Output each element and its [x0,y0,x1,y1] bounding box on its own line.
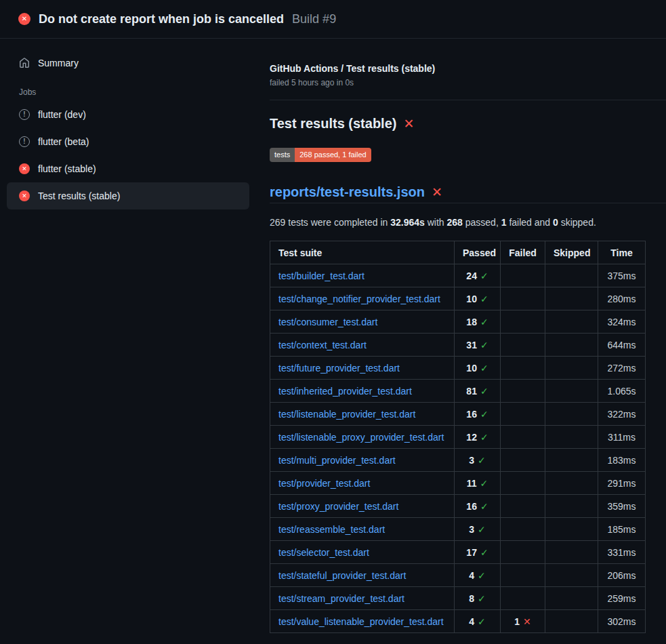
check-icon: ✓ [478,455,486,466]
job-label: flutter (dev) [38,109,86,120]
suite-link[interactable]: test/change_notifier_provider_test.dart [278,294,440,304]
time-cell: 375ms [598,264,646,287]
time-cell: 291ms [598,472,646,495]
alert-circle-icon: ! [19,136,30,147]
table-row: test/context_test.dart31✓644ms [270,334,646,357]
check-icon: ✓ [480,363,488,374]
suite-link[interactable]: test/reassemble_test.dart [278,524,385,535]
passed-cell: 18✓ [455,310,501,334]
suite-link[interactable]: test/listenable_proxy_provider_test.dart [278,432,444,443]
time-cell: 259ms [598,587,646,610]
suite-cell: test/provider_test.dart [270,472,455,495]
suite-cell: test/consumer_test.dart [270,310,455,334]
passed-cell: 3✓ [455,518,501,541]
sidebar-item-job-2[interactable]: ✕flutter (stable) [7,155,249,182]
failed-cell [501,564,545,587]
failed-cell [501,495,545,518]
x-circle-icon: ✕ [19,190,30,201]
failed-cell [501,287,545,310]
skipped-cell [545,564,598,587]
main-content: GitHub Actions / Test results (stable) f… [270,39,666,644]
status-line: failed 5 hours ago in 0s [270,78,666,87]
sidebar-item-summary[interactable]: Summary [7,49,249,77]
suite-cell: test/listenable_provider_test.dart [270,403,455,426]
divider [270,100,666,100]
passed-cell: 16✓ [455,403,501,426]
failed-cell [501,403,545,426]
x-circle-icon: ✕ [19,163,30,174]
check-icon: ✓ [480,409,488,420]
report-link[interactable]: reports/test-results.json [270,184,425,200]
skipped-cell [545,287,598,310]
passed-count: 81 [466,386,477,397]
failed-cell [501,357,545,380]
time-cell: 206ms [598,564,646,587]
suite-link[interactable]: test/inherited_provider_test.dart [278,386,412,397]
skipped-cell [545,587,598,610]
check-icon: ✓ [478,524,486,535]
check-icon: ✓ [478,570,486,581]
passed-cell: 11✓ [455,472,501,495]
passed-count: 3 [469,455,474,466]
suite-link[interactable]: test/future_provider_test.dart [278,363,400,374]
badge-value: 268 passed, 1 failed [295,148,371,162]
skipped-cell [545,264,598,287]
suite-link[interactable]: test/selector_test.dart [278,547,369,558]
time-cell: 359ms [598,495,646,518]
badge-label: tests [270,148,295,162]
suite-link[interactable]: test/provider_test.dart [278,478,370,489]
section-title-text: Test results (stable) [270,114,396,133]
suite-link[interactable]: test/builder_test.dart [278,270,365,281]
summary-text: 269 tests were completed in 32.964s with… [270,217,666,228]
summary-segment: passed, [463,217,501,228]
col-failed: Failed [501,241,545,264]
suite-cell: test/builder_test.dart [270,264,455,287]
failed-cell [501,472,545,495]
suite-cell: test/reassemble_test.dart [270,518,455,541]
suite-link[interactable]: test/proxy_provider_test.dart [278,501,398,512]
suite-link[interactable]: test/stream_provider_test.dart [278,593,404,604]
passed-cell: 3✓ [455,449,501,472]
time-cell: 185ms [598,518,646,541]
passed-cell: 81✓ [455,380,501,403]
time-cell: 311ms [598,426,646,449]
sidebar-item-job-0[interactable]: !flutter (dev) [7,101,249,128]
x-icon: ✕ [523,616,531,627]
passed-count: 24 [466,270,477,281]
time-cell: 280ms [598,287,646,310]
suite-link[interactable]: test/stateful_provider_test.dart [278,570,406,581]
time-cell: 183ms [598,449,646,472]
suite-link[interactable]: test/listenable_provider_test.dart [278,409,415,420]
summary-value: 268 [447,217,463,228]
col-passed: Passed [455,241,501,264]
suite-link[interactable]: test/consumer_test.dart [278,317,377,327]
tests-badge: tests 268 passed, 1 failed [270,148,371,162]
suite-cell: test/stream_provider_test.dart [270,587,455,610]
x-circle-icon: ✕ [18,13,30,25]
suite-link[interactable]: test/context_test.dart [278,340,367,350]
passed-cell: 24✓ [455,264,501,287]
sidebar-item-job-3[interactable]: ✕Test results (stable) [7,182,249,209]
job-label: flutter (beta) [38,136,89,147]
suite-link[interactable]: test/value_listenable_provider_test.dart [278,616,444,627]
failed-cell [501,426,545,449]
home-icon [19,58,30,68]
passed-count: 12 [466,432,477,443]
failed-cell [501,310,545,334]
time-cell: 302ms [598,610,646,633]
passed-count: 4 [469,570,474,581]
time-cell: 331ms [598,541,646,564]
table-row: test/change_notifier_provider_test.dart1… [270,287,646,310]
table-row: test/multi_provider_test.dart3✓183ms [270,449,646,472]
jobs-heading: Jobs [7,77,249,101]
check-icon: ✓ [480,317,488,327]
time-cell: 322ms [598,403,646,426]
suite-cell: test/stateful_provider_test.dart [270,564,455,587]
passed-count: 4 [469,616,474,627]
suite-cell: test/proxy_provider_test.dart [270,495,455,518]
passed-count: 10 [466,294,477,304]
table-row: test/future_provider_test.dart10✓272ms [270,357,646,380]
passed-cell: 8✓ [455,587,501,610]
sidebar-item-job-1[interactable]: !flutter (beta) [7,128,249,155]
suite-link[interactable]: test/multi_provider_test.dart [278,455,396,466]
